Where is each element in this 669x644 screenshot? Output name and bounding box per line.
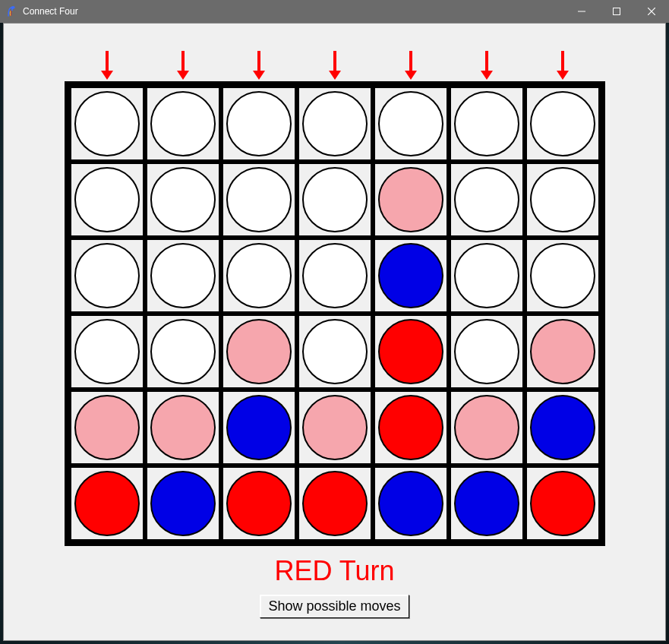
svg-marker-13: [405, 71, 417, 80]
board-row: [69, 390, 601, 466]
board-cell[interactable]: [373, 466, 449, 541]
close-button[interactable]: [634, 0, 669, 23]
drop-arrow-col-6[interactable]: [525, 46, 601, 80]
board-row: [69, 314, 601, 390]
drop-arrow-col-4[interactable]: [373, 46, 449, 80]
board-cell[interactable]: [525, 390, 601, 466]
board-cell[interactable]: [297, 238, 373, 314]
disc-empty: [226, 167, 292, 232]
minimize-icon: [578, 8, 585, 15]
drop-arrow-col-5[interactable]: [449, 46, 525, 80]
board-cell[interactable]: [69, 238, 145, 314]
board-cell[interactable]: [221, 390, 297, 466]
down-arrow-icon: [99, 49, 115, 80]
drop-arrow-col-3[interactable]: [297, 46, 373, 80]
board-cell[interactable]: [221, 162, 297, 238]
disc-empty: [150, 319, 216, 384]
board-cell[interactable]: [297, 390, 373, 466]
disc-empty: [530, 91, 595, 156]
svg-marker-17: [557, 71, 569, 80]
board-cell[interactable]: [525, 466, 601, 541]
disc-blue: [378, 471, 443, 536]
board-cell[interactable]: [449, 466, 525, 541]
down-arrow-icon: [327, 49, 342, 80]
board-cell[interactable]: [221, 238, 297, 314]
window-title: Connect Four: [23, 6, 78, 17]
disc-pink: [302, 395, 368, 460]
board-cell[interactable]: [145, 162, 221, 238]
svg-marker-11: [329, 71, 341, 80]
disc-empty: [150, 243, 216, 308]
board-row: [69, 238, 601, 314]
board-cell[interactable]: [449, 238, 525, 314]
disc-empty: [74, 167, 140, 232]
down-arrow-icon: [403, 49, 418, 80]
disc-blue: [454, 471, 519, 536]
app-window: RED Turn Show possible moves: [3, 23, 666, 641]
board-cell[interactable]: [525, 314, 601, 390]
disc-red: [226, 471, 292, 536]
board-cell[interactable]: [221, 314, 297, 390]
board-cell[interactable]: [525, 162, 601, 238]
disc-empty: [302, 167, 368, 232]
board-cell[interactable]: [69, 86, 145, 162]
svg-rect-1: [614, 8, 620, 15]
maximize-button[interactable]: [599, 0, 634, 23]
board-cell[interactable]: [297, 466, 373, 541]
board-cell[interactable]: [145, 238, 221, 314]
board-cell[interactable]: [297, 162, 373, 238]
board-cell[interactable]: [373, 162, 449, 238]
board-cell[interactable]: [69, 162, 145, 238]
down-arrow-icon: [175, 49, 191, 80]
turn-label: RED Turn: [274, 555, 394, 587]
disc-empty: [454, 319, 519, 384]
column-arrows-row: [69, 46, 601, 80]
board-cell[interactable]: [449, 314, 525, 390]
drop-arrow-col-2[interactable]: [221, 46, 297, 80]
board-cell[interactable]: [69, 390, 145, 466]
board-cell[interactable]: [69, 314, 145, 390]
board-cell[interactable]: [221, 466, 297, 541]
disc-pink: [378, 167, 443, 232]
disc-empty: [302, 243, 368, 308]
board-cell[interactable]: [69, 466, 145, 541]
app-icon: [6, 5, 18, 17]
board-cell[interactable]: [145, 466, 221, 541]
disc-pink: [530, 319, 595, 384]
disc-empty: [530, 243, 595, 308]
disc-pink: [74, 395, 140, 460]
drop-arrow-col-1[interactable]: [145, 46, 221, 80]
disc-red: [378, 319, 443, 384]
board-cell[interactable]: [145, 390, 221, 466]
down-arrow-icon: [555, 49, 570, 80]
disc-blue: [530, 395, 595, 460]
disc-empty: [302, 319, 368, 384]
disc-blue: [150, 471, 216, 536]
board-row: [69, 162, 601, 238]
close-icon: [648, 8, 655, 15]
disc-blue: [378, 243, 443, 308]
board-cell[interactable]: [145, 314, 221, 390]
board-cell[interactable]: [145, 86, 221, 162]
board-cell[interactable]: [373, 314, 449, 390]
board-cell[interactable]: [373, 238, 449, 314]
board-cell[interactable]: [373, 390, 449, 466]
board-cell[interactable]: [525, 86, 601, 162]
board-cell[interactable]: [449, 390, 525, 466]
show-possible-moves-button[interactable]: Show possible moves: [260, 595, 409, 618]
board-cell[interactable]: [449, 162, 525, 238]
disc-blue: [226, 395, 292, 460]
board-cell[interactable]: [449, 86, 525, 162]
board-cell[interactable]: [525, 238, 601, 314]
disc-empty: [454, 91, 519, 156]
board-cell[interactable]: [297, 86, 373, 162]
drop-arrow-col-0[interactable]: [69, 46, 145, 80]
board-cell[interactable]: [221, 86, 297, 162]
disc-pink: [150, 395, 216, 460]
disc-empty: [74, 243, 140, 308]
board-cell[interactable]: [373, 86, 449, 162]
board-cell[interactable]: [297, 314, 373, 390]
minimize-button[interactable]: [564, 0, 599, 23]
game-board: [65, 81, 605, 546]
disc-empty: [74, 91, 140, 156]
